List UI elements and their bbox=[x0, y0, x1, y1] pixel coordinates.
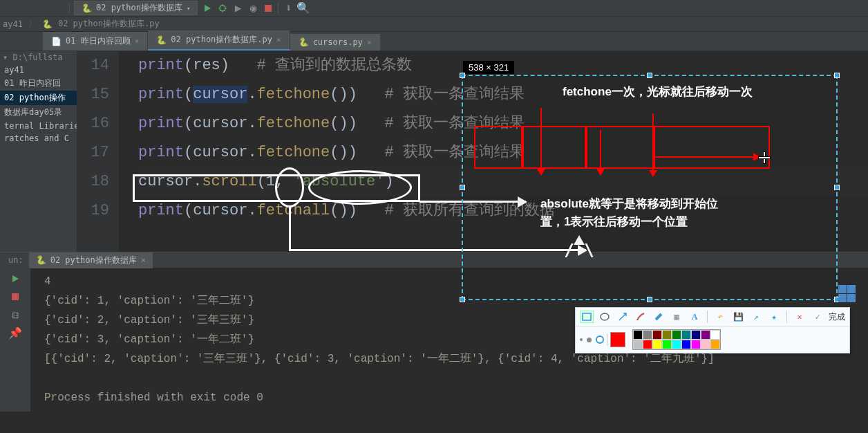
dimensions-badge: 538 × 321 bbox=[463, 61, 514, 74]
chevron-down-icon: ▾ bbox=[187, 5, 190, 12]
line-number: 14 bbox=[77, 51, 109, 80]
run-sidebar: ⊟ 📌 bbox=[0, 268, 30, 412]
line-number: 15 bbox=[77, 80, 109, 109]
snip-pen-icon[interactable] bbox=[634, 311, 648, 323]
tab-0[interactable]: 📄 01 昨日内容回顾 × bbox=[43, 32, 148, 50]
sidebar-item-label: ratches and C bbox=[4, 133, 69, 143]
color-swatch[interactable] bbox=[701, 340, 710, 349]
annotation-arrow bbox=[289, 249, 586, 251]
snip-ellipse-icon[interactable] bbox=[598, 311, 612, 323]
color-swatch[interactable] bbox=[652, 330, 662, 340]
tab-2[interactable]: 🐍 cursors.py × bbox=[290, 34, 381, 50]
color-swatch[interactable] bbox=[662, 340, 672, 349]
drive-label: D:\fullsta bbox=[12, 53, 62, 62]
snip-mosaic-icon[interactable]: ▦ bbox=[670, 311, 683, 323]
close-icon[interactable]: × bbox=[276, 35, 281, 44]
svg-rect-1 bbox=[265, 5, 272, 12]
run-config-label: 02 python操作数据库 bbox=[96, 2, 182, 14]
snip-rect-icon[interactable] bbox=[580, 311, 594, 323]
snip-save-icon[interactable]: 💾 bbox=[731, 311, 745, 323]
close-icon[interactable]: × bbox=[367, 38, 372, 47]
color-swatch[interactable] bbox=[652, 340, 662, 349]
color-swatch[interactable] bbox=[691, 330, 701, 340]
snip-done-icon[interactable]: ✓ bbox=[811, 311, 824, 323]
snip-pin-icon[interactable]: ★ bbox=[767, 311, 781, 323]
close-icon[interactable]: × bbox=[141, 255, 146, 265]
project-sidebar[interactable]: ▾ D:\fullsta ay41 01 昨日内容回 02 python操作 数… bbox=[0, 51, 77, 252]
line-number: 18 bbox=[77, 167, 109, 196]
top-toolbar: 🐍 02 python操作数据库 ▾ ▶ ◉ ⬇ 🔍 bbox=[0, 0, 868, 17]
size-med-icon[interactable] bbox=[587, 338, 592, 342]
red-arrow bbox=[652, 156, 759, 158]
current-color[interactable] bbox=[610, 332, 625, 347]
run-icon[interactable] bbox=[202, 3, 213, 14]
python-icon: 🐍 bbox=[156, 35, 167, 45]
tab-1[interactable]: 🐍 02 python操作数据库.py × bbox=[148, 30, 290, 50]
color-swatch[interactable] bbox=[672, 340, 681, 349]
color-swatch[interactable] bbox=[633, 330, 643, 340]
close-icon[interactable]: × bbox=[135, 37, 140, 46]
color-swatch[interactable] bbox=[710, 330, 720, 340]
run-config-dropdown[interactable]: 🐍 02 python操作数据库 ▾ bbox=[74, 1, 198, 15]
coverage-icon[interactable]: ▶ bbox=[232, 3, 243, 14]
color-palette[interactable] bbox=[632, 329, 721, 350]
sidebar-item-label: ay41 bbox=[4, 65, 24, 75]
red-arrow bbox=[652, 113, 654, 176]
code-line[interactable]: print(cursor.fetchone()) # 获取一条查询结果 bbox=[138, 80, 868, 109]
breadcrumb-folder[interactable]: ay41 bbox=[3, 19, 23, 29]
svg-rect-3 bbox=[583, 313, 591, 320]
sidebar-item[interactable]: ratches and C bbox=[0, 132, 77, 145]
layout-grid-icon[interactable] bbox=[838, 285, 856, 302]
snip-marker-icon[interactable] bbox=[652, 311, 666, 323]
snip-undo-icon[interactable]: ↶ bbox=[713, 311, 727, 323]
color-swatch[interactable] bbox=[710, 340, 720, 349]
profile-icon[interactable]: ◉ bbox=[247, 3, 258, 14]
snip-share-icon[interactable]: ↗ bbox=[749, 311, 763, 323]
annotation-arrow bbox=[419, 201, 526, 203]
snip-cancel-icon[interactable]: ✕ bbox=[793, 311, 806, 323]
color-swatch[interactable] bbox=[643, 340, 652, 349]
red-cell bbox=[522, 126, 586, 169]
python-icon: 🐍 bbox=[36, 255, 46, 265]
size-small-icon[interactable] bbox=[580, 338, 583, 341]
pin-icon[interactable]: 📌 bbox=[8, 326, 22, 340]
run-tab[interactable]: 🐍 02 python操作数据库 × bbox=[29, 252, 153, 268]
sidebar-root[interactable]: ▾ D:\fullsta bbox=[0, 51, 77, 64]
sidebar-item[interactable]: 02 python操作 bbox=[0, 91, 77, 105]
stop-icon[interactable] bbox=[8, 290, 22, 304]
line-gutter: 14 15 16 17 18 19 bbox=[77, 51, 119, 252]
snip-text-icon[interactable]: A bbox=[688, 311, 701, 323]
color-swatch[interactable] bbox=[681, 330, 691, 340]
color-swatch[interactable] bbox=[662, 330, 672, 340]
snip-done-label[interactable]: 完成 bbox=[829, 311, 845, 323]
search-icon[interactable]: 🔍 bbox=[298, 3, 309, 14]
sidebar-item-label: 01 昨日内容回 bbox=[4, 78, 61, 88]
color-swatch[interactable] bbox=[691, 340, 701, 349]
color-swatch[interactable] bbox=[681, 340, 691, 349]
vcs-icon[interactable]: ⬇ bbox=[283, 3, 294, 14]
rerun-icon[interactable] bbox=[8, 272, 22, 286]
layout-icon[interactable]: ⊟ bbox=[8, 308, 22, 322]
sidebar-item[interactable]: 01 昨日内容回 bbox=[0, 76, 77, 91]
run-label: un: bbox=[3, 255, 29, 265]
size-large-icon[interactable] bbox=[596, 335, 604, 344]
color-swatch[interactable] bbox=[643, 330, 652, 340]
annotation-text-2: absolute就等于是将移动到开始位置，1表示往后移动一个位置 bbox=[540, 195, 718, 230]
color-swatch[interactable] bbox=[672, 330, 681, 340]
sidebar-item[interactable]: 数据库day05录 bbox=[0, 105, 77, 120]
sidebar-item[interactable]: ay41 bbox=[0, 64, 77, 76]
tab-label: cursors.py bbox=[313, 37, 363, 47]
code-line[interactable]: cursor.scroll(1, 'absolute') bbox=[138, 167, 868, 196]
run-tab-label: 02 python操作数据库 bbox=[50, 255, 137, 266]
red-cell bbox=[586, 126, 655, 169]
sidebar-item[interactable]: ternal Libraries bbox=[0, 120, 77, 132]
stop-icon[interactable] bbox=[263, 3, 274, 14]
run-tabs: un: 🐍 02 python操作数据库 × bbox=[0, 252, 868, 268]
debug-icon[interactable] bbox=[217, 3, 228, 14]
red-cell bbox=[474, 126, 522, 169]
color-swatch[interactable] bbox=[633, 340, 643, 349]
color-swatch[interactable] bbox=[701, 330, 710, 340]
line-number: 17 bbox=[77, 138, 109, 167]
snip-arrow-icon[interactable] bbox=[616, 311, 630, 323]
breadcrumb-file[interactable]: 02 python操作数据库.py bbox=[58, 18, 160, 30]
